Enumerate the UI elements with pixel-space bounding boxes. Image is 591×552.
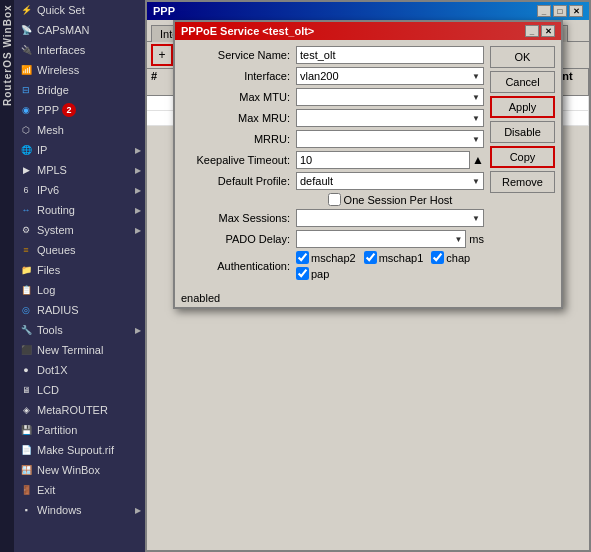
lcd-icon: 🖥 [18,383,34,397]
auth-chap-label: chap [446,252,470,264]
apply-button[interactable]: Apply [490,96,555,118]
sidebar-item-log[interactable]: 📋 Log [14,280,145,300]
max-sessions-label: Max Sessions: [181,212,296,224]
sidebar-label-mesh: Mesh [37,124,64,136]
mrru-select[interactable]: ▼ [296,130,484,148]
sidebar-item-tools[interactable]: 🔧 Tools ▶ [14,320,145,340]
sidebar-label-capsman: CAPsMAN [37,24,90,36]
sidebar-item-wireless[interactable]: 📶 Wireless [14,60,145,80]
interfaces-icon: 🔌 [18,43,34,57]
max-mru-arrow: ▼ [472,114,480,123]
remove-button[interactable]: Remove [490,171,555,193]
sidebar-item-system[interactable]: ⚙ System ▶ [14,220,145,240]
mrru-label: MRRU: [181,133,296,145]
mrru-arrow: ▼ [472,135,480,144]
max-mtu-select[interactable]: ▼ [296,88,484,106]
sidebar-item-interfaces[interactable]: 🔌 Interfaces [14,40,145,60]
auth-mschap1-label: mschap1 [379,252,424,264]
ok-button[interactable]: OK [490,46,555,68]
sidebar-label-ip: IP [37,144,47,156]
max-mtu-label: Max MTU: [181,91,296,103]
max-mtu-arrow: ▼ [472,93,480,102]
pado-delay-label: PADO Delay: [181,233,296,245]
default-profile-arrow: ▼ [472,177,480,186]
sidebar-item-windows[interactable]: ▪ Windows ▶ [14,500,145,520]
sidebar-item-make-supout[interactable]: 📄 Make Supout.rif [14,440,145,460]
sidebar-item-capsman[interactable]: 📡 CAPsMAN [14,20,145,40]
mpls-icon: ▶ [18,163,34,177]
auth-mschap2-checkbox[interactable] [296,251,309,264]
interface-select[interactable]: vlan200 ▼ [296,67,484,85]
keepalive-up-arrow[interactable]: ▲ [472,153,484,167]
sidebar-item-routing[interactable]: ↔ Routing ▶ [14,200,145,220]
log-icon: 📋 [18,283,34,297]
sidebar-item-new-terminal[interactable]: ⬛ New Terminal [14,340,145,360]
default-profile-select[interactable]: default ▼ [296,172,484,190]
auth-pap-checkbox[interactable] [296,267,309,280]
sidebar-label-bridge: Bridge [37,84,69,96]
service-name-input[interactable] [296,46,484,64]
cancel-button[interactable]: Cancel [490,71,555,93]
sidebar-item-ip[interactable]: 🌐 IP ▶ [14,140,145,160]
sidebar-label-tools: Tools [37,324,63,336]
sidebar-item-files[interactable]: 📁 Files [14,260,145,280]
sidebar-item-lcd[interactable]: 🖥 LCD [14,380,145,400]
sidebar-item-new-winbox[interactable]: 🪟 New WinBox [14,460,145,480]
pado-delay-arrow: ▼ [454,235,462,244]
modal-minimize-button[interactable]: _ [525,25,539,37]
sidebar-label-windows: Windows [37,504,82,516]
modal-titlebar: PPPoE Service <test_olt> _ ✕ [175,22,561,40]
queues-icon: ≡ [18,243,34,257]
mpls-arrow: ▶ [135,166,141,175]
sidebar-item-partition[interactable]: 💾 Partition [14,420,145,440]
ipv6-icon: 6 [18,183,34,197]
modal-close-button[interactable]: ✕ [541,25,555,37]
sidebar-item-queues[interactable]: ≡ Queues [14,240,145,260]
quick-set-icon: ⚡ [18,3,34,17]
ipv6-arrow: ▶ [135,186,141,195]
partition-icon: 💾 [18,423,34,437]
sidebar-item-radius[interactable]: ◎ RADIUS [14,300,145,320]
main-content: PPP _ □ ✕ Interface PPPoE Servers Profil… [145,0,591,552]
sidebar-item-ppp[interactable]: ◉ PPP 2 [14,100,145,120]
copy-button[interactable]: Copy [490,146,555,168]
sidebar-item-exit[interactable]: 🚪 Exit [14,480,145,500]
sidebar-label-exit: Exit [37,484,55,496]
sidebar-item-mesh[interactable]: ⬡ Mesh [14,120,145,140]
max-mru-select[interactable]: ▼ [296,109,484,127]
modal-form: Service Name: Interface: vlan200 ▼ Max M… [181,46,484,283]
radius-icon: ◎ [18,303,34,317]
sidebar-label-make-supout: Make Supout.rif [37,444,114,456]
auth-mschap2: mschap2 [296,251,356,264]
keepalive-row: Keepalive Timeout: ▲ [181,151,484,169]
modal-overlay: PPPoE Service <test_olt> _ ✕ Service Nam… [145,0,591,552]
sidebar-label-interfaces: Interfaces [37,44,85,56]
routing-icon: ↔ [18,203,34,217]
pado-delay-select[interactable]: ▼ [296,230,466,248]
keepalive-label: Keepalive Timeout: [181,154,296,166]
max-sessions-arrow: ▼ [472,214,480,223]
keepalive-input[interactable] [296,151,470,169]
interface-label: Interface: [181,70,296,82]
auth-row: Authentication: mschap2 mschap1 [181,251,484,280]
sidebar-item-mpls[interactable]: ▶ MPLS ▶ [14,160,145,180]
auth-mschap1-checkbox[interactable] [364,251,377,264]
sidebar-item-ipv6[interactable]: 6 IPv6 ▶ [14,180,145,200]
sidebar-inner: ⚡ Quick Set 📡 CAPsMAN 🔌 Interfaces 📶 Wir… [14,0,145,552]
default-profile-label: Default Profile: [181,175,296,187]
auth-label: Authentication: [181,260,296,272]
ip-icon: 🌐 [18,143,34,157]
sidebar-item-dot1x[interactable]: ● Dot1X [14,360,145,380]
disable-button[interactable]: Disable [490,121,555,143]
auth-mschap2-label: mschap2 [311,252,356,264]
sidebar-item-metarouter[interactable]: ◈ MetaROUTER [14,400,145,420]
default-profile-value: default [300,175,333,187]
auth-chap-checkbox[interactable] [431,251,444,264]
max-mtu-row: Max MTU: ▼ [181,88,484,106]
new-terminal-icon: ⬛ [18,343,34,357]
sidebar-item-bridge[interactable]: ⊟ Bridge [14,80,145,100]
one-session-checkbox[interactable] [328,193,341,206]
sidebar-item-quick-set[interactable]: ⚡ Quick Set [14,0,145,20]
modal-close-buttons: _ ✕ [525,25,555,37]
max-sessions-select[interactable]: ▼ [296,209,484,227]
